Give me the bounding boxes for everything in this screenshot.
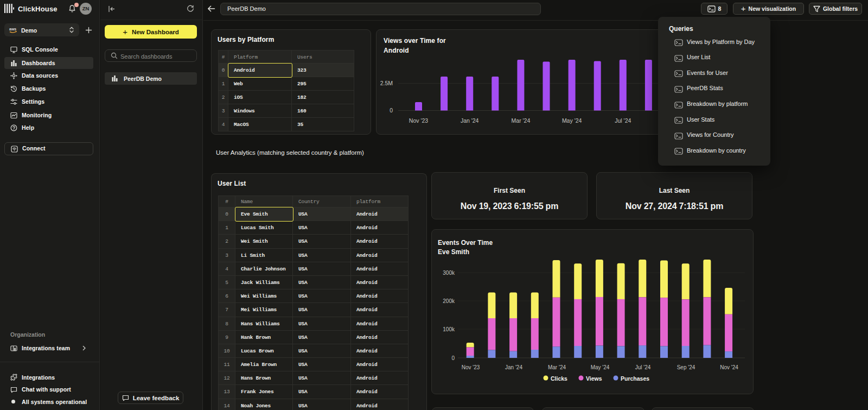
svg-text:May '24: May '24	[591, 364, 610, 370]
svg-text:200k: 200k	[443, 298, 455, 304]
svg-text:May '24: May '24	[562, 117, 582, 124]
svg-text:Purchases: Purchases	[621, 375, 649, 382]
svg-text:aws: aws	[9, 27, 16, 31]
svg-text:0: 0	[390, 107, 393, 113]
svg-text:2.5M: 2.5M	[380, 80, 393, 86]
svg-text:Nov '23: Nov '23	[462, 364, 480, 370]
svg-text:Jul '24: Jul '24	[615, 117, 631, 124]
svg-text:Clicks: Clicks	[551, 375, 567, 382]
svg-text:Mar '24: Mar '24	[512, 117, 531, 124]
svg-text:Jul '24: Jul '24	[635, 364, 651, 370]
svg-text:Jan '24: Jan '24	[461, 117, 479, 124]
svg-text:100k: 100k	[443, 326, 455, 332]
svg-text:Sep '24: Sep '24	[677, 364, 695, 370]
svg-text:Views: Views	[586, 375, 602, 382]
svg-text:Mar '24: Mar '24	[548, 364, 566, 370]
svg-text:0: 0	[451, 355, 455, 361]
svg-text:300k: 300k	[443, 270, 455, 276]
svg-text:Nov '23: Nov '23	[409, 117, 428, 124]
svg-text:Nov '24: Nov '24	[720, 364, 738, 370]
svg-text:Jan '24: Jan '24	[505, 364, 522, 370]
